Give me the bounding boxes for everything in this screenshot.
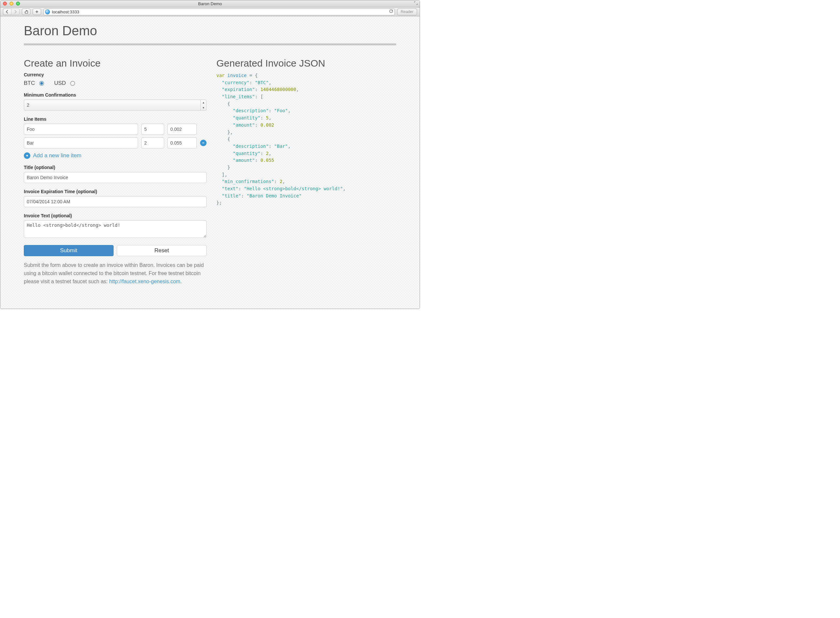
currency-group: Currency BTC USD (24, 72, 207, 86)
line-item-description-input[interactable] (24, 137, 138, 149)
line-items-group: Line Items (24, 116, 207, 159)
help-text: Submit the form above to create an invoi… (24, 261, 207, 285)
title-input[interactable] (24, 172, 207, 183)
currency-option-btc-label: BTC (24, 80, 35, 86)
minimize-window-button[interactable] (9, 1, 13, 6)
title-label: Title (optional) (24, 165, 207, 170)
viewport[interactable]: Baron Demo Create an Invoice Currency BT… (0, 16, 420, 309)
title-group: Title (optional) (24, 165, 207, 183)
reload-button[interactable] (389, 9, 393, 14)
add-line-item-label: Add a new line item (33, 152, 81, 159)
share-button[interactable] (22, 9, 30, 15)
nav-buttons (3, 9, 19, 15)
currency-option-usd-label: USD (54, 80, 66, 86)
reader-button[interactable]: Reader (397, 9, 417, 15)
expiration-label: Invoice Expiration Time (optional) (24, 189, 207, 194)
toolbar: localhost:3333 Reader (0, 7, 420, 16)
currency-radio-btc[interactable] (39, 81, 44, 86)
invoice-text-textarea[interactable]: Hello <strong>bold</strong> world! (24, 220, 207, 238)
page-title: Baron Demo (24, 24, 396, 38)
forward-button[interactable] (11, 9, 19, 15)
url-text: localhost:3333 (52, 9, 79, 14)
invoice-text-label: Invoice Text (optional) (24, 213, 207, 218)
line-item-row (24, 124, 207, 135)
min-confirmations-select[interactable]: 2 (24, 100, 207, 111)
plus-icon (24, 152, 30, 159)
zoom-window-button[interactable] (16, 1, 20, 6)
page: Baron Demo Create an Invoice Currency BT… (0, 16, 420, 299)
divider (24, 43, 396, 45)
remove-line-item-button[interactable] (200, 140, 207, 146)
expand-icon[interactable] (414, 1, 418, 6)
generated-json-heading: Generated Invoice JSON (216, 58, 396, 69)
min-confirmations-label: Minimum Confirmations (24, 92, 207, 98)
create-invoice-heading: Create an Invoice (24, 58, 207, 69)
expiration-group: Invoice Expiration Time (optional) (24, 189, 207, 207)
currency-label: Currency (24, 72, 207, 77)
generated-json-panel: Generated Invoice JSON var invoice = { "… (216, 58, 396, 285)
expiration-input[interactable] (24, 196, 207, 207)
site-icon (45, 9, 50, 14)
title-bar: Baron Demo (0, 0, 420, 7)
line-item-description-input[interactable] (24, 124, 138, 135)
faucet-link[interactable]: http://faucet.xeno-genesis.com (109, 279, 180, 284)
add-tab-button[interactable] (33, 9, 41, 15)
line-item-row (24, 137, 207, 149)
line-item-amount-input[interactable] (167, 137, 197, 149)
select-stepper-icon: ▲▼ (201, 100, 206, 110)
submit-button[interactable]: Submit (24, 245, 114, 256)
window-title: Baron Demo (198, 1, 222, 6)
reset-button[interactable]: Reset (117, 245, 207, 256)
add-line-item-link[interactable]: Add a new line item (24, 152, 81, 159)
currency-radio-usd[interactable] (70, 81, 75, 86)
line-item-quantity-input[interactable] (141, 137, 164, 149)
browser-window: Baron Demo localhost:3333 Reader (0, 0, 420, 309)
back-button[interactable] (3, 9, 11, 15)
json-output: var invoice = { "currency": "BTC", "expi… (216, 72, 396, 206)
line-item-amount-input[interactable] (167, 124, 197, 135)
close-window-button[interactable] (3, 1, 7, 6)
line-items-label: Line Items (24, 116, 207, 122)
address-bar[interactable]: localhost:3333 (43, 9, 395, 15)
invoice-text-group: Invoice Text (optional) Hello <strong>bo… (24, 213, 207, 239)
min-confirmations-group: Minimum Confirmations 2 ▲▼ (24, 92, 207, 111)
traffic-lights (3, 1, 20, 6)
create-invoice-panel: Create an Invoice Currency BTC USD Minim… (24, 58, 207, 285)
line-item-quantity-input[interactable] (141, 124, 164, 135)
